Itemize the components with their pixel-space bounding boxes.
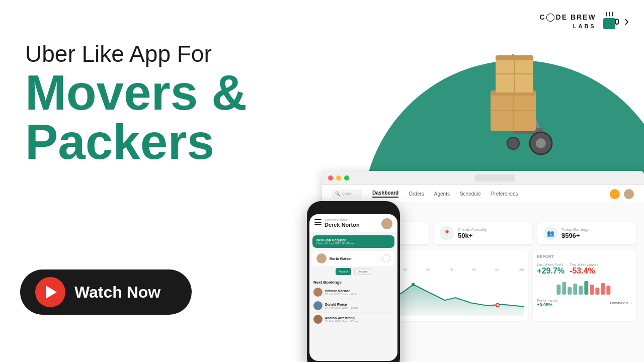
svg-point-15 bbox=[412, 283, 415, 286]
watch-now-button[interactable]: Watch Now bbox=[20, 269, 192, 315]
logo-area: C◯DE BREW LABS › bbox=[539, 10, 629, 32]
svg-rect-0 bbox=[603, 18, 615, 29]
download-label: Download bbox=[610, 301, 628, 305]
job-request-date: Date: 26 Jan 2020 08:45pm bbox=[316, 242, 390, 245]
nav-avatar-1 bbox=[610, 189, 620, 199]
nb-avatar-2 bbox=[313, 301, 323, 310]
performance-value: +0.05% bbox=[537, 302, 557, 307]
circle-check-icon bbox=[382, 254, 390, 262]
nb-date-3: 10 Feb 2020 10am - 12pm bbox=[325, 320, 358, 323]
nb-name-3: Andrew Armstrong bbox=[325, 316, 358, 320]
clients-value: 50k+ bbox=[458, 232, 487, 239]
cart-svg bbox=[448, 45, 564, 166]
logo-name-line1: C◯DE BREW bbox=[539, 12, 596, 23]
download-icon: ↓ bbox=[630, 301, 632, 305]
job-request-card: New Job Request Date: 26 Jan 2020 08:45p… bbox=[312, 235, 394, 248]
mini-chart bbox=[537, 280, 632, 295]
report-profit: Last Week Profit +29.7% bbox=[537, 263, 565, 276]
titlebar bbox=[322, 171, 644, 185]
titlebar-dot-green bbox=[344, 175, 349, 180]
stat-earnings: 👥 Today Earnings $596+ bbox=[537, 222, 636, 244]
svg-rect-25 bbox=[596, 288, 600, 295]
play-triangle-icon bbox=[46, 286, 57, 299]
logo-icon bbox=[599, 10, 621, 32]
accept-button[interactable]: Accept bbox=[336, 268, 351, 275]
svg-rect-26 bbox=[601, 283, 605, 295]
next-bookings-title: Next Bookings bbox=[309, 278, 397, 286]
nb-name-2: Donald Pierce bbox=[325, 303, 358, 306]
hamburger-icon[interactable] bbox=[314, 218, 321, 225]
nb-date-1: 26 Jan 2020 10am - 12pm bbox=[325, 293, 357, 296]
desktop-nav: 🔍 Q find... Dashboard Orders Agents Sche… bbox=[322, 185, 644, 203]
booking-item-3: Andrew Armstrong 10 Feb 2020 10am - 12pm bbox=[309, 313, 397, 326]
performance-label: Performance bbox=[537, 299, 557, 302]
mobile-notch bbox=[339, 207, 369, 212]
svg-rect-20 bbox=[568, 287, 572, 295]
svg-rect-23 bbox=[585, 281, 589, 295]
earnings-label: Today Earnings bbox=[561, 227, 589, 232]
logo-name-line2: LABS bbox=[539, 23, 596, 30]
hero-heading-line2: Packers bbox=[25, 117, 327, 166]
booking-item-1: Herman Norman 26 Jan 2020 10am - 12pm bbox=[309, 286, 397, 299]
nav-avatar-2 bbox=[624, 189, 634, 199]
earnings-icon: 👥 bbox=[543, 226, 557, 240]
nav-dashboard[interactable]: Dashboard bbox=[372, 190, 398, 198]
nav-orders[interactable]: Orders bbox=[409, 191, 424, 197]
report-stats-row: Last Week Profit +29.7% This Week Losses… bbox=[537, 263, 632, 280]
svg-point-17 bbox=[497, 304, 499, 306]
booking-item-2: Donald Pierce 04 Feb 2020 10am - 12pm bbox=[309, 299, 397, 313]
report-title: REPORT bbox=[537, 254, 632, 259]
mobile-user-avatar bbox=[381, 218, 392, 229]
losses-label: This Week Losses bbox=[570, 263, 598, 266]
booking-avatar-mario bbox=[316, 253, 327, 263]
mobile-user-name: Derek Norton bbox=[325, 222, 360, 228]
profit-label: Last Week Profit bbox=[537, 263, 565, 266]
mobile-welcome: Welcome back bbox=[325, 218, 360, 222]
report-losses: This Week Losses -53.4% bbox=[570, 263, 598, 276]
svg-point-5 bbox=[536, 138, 546, 148]
pending-booking-item: Mario Watson bbox=[312, 251, 394, 266]
nav-schedule[interactable]: Schedule bbox=[460, 191, 481, 197]
nb-date-2: 04 Feb 2020 10am - 12pm bbox=[325, 306, 358, 309]
report-panel: REPORT Last Week Profit +29.7% This Week… bbox=[533, 250, 636, 321]
hero-subtitle: Uber Like App For bbox=[25, 40, 327, 68]
svg-rect-21 bbox=[574, 284, 578, 295]
titlebar-dot-yellow bbox=[336, 175, 341, 180]
hero-heading-line1: Movers & bbox=[25, 68, 327, 117]
cart-illustration bbox=[448, 45, 564, 166]
logo-text: C◯DE BREW LABS bbox=[539, 12, 596, 30]
losses-value: -53.4% bbox=[570, 266, 598, 276]
stat-clients: 📍 Clients Annually 50k+ bbox=[434, 222, 532, 244]
logo-bracket: › bbox=[624, 14, 629, 28]
nb-avatar-3 bbox=[313, 315, 323, 324]
clients-icon: 📍 bbox=[440, 226, 454, 240]
profit-value: +29.7% bbox=[537, 266, 565, 276]
titlebar-dot-red bbox=[328, 175, 333, 180]
page-wrapper: C◯DE BREW LABS › Uber Like App For Mover… bbox=[0, 0, 644, 362]
action-buttons-row: Accept Decline bbox=[309, 268, 397, 278]
svg-rect-24 bbox=[590, 285, 594, 295]
clients-label: Clients Annually bbox=[458, 227, 487, 232]
job-request-title: New Job Request bbox=[316, 238, 390, 242]
mobile-mockup: Welcome back Derek Norton New Job Reques… bbox=[307, 201, 400, 362]
play-circle-icon bbox=[35, 277, 65, 307]
svg-rect-1 bbox=[615, 19, 618, 24]
nav-agents[interactable]: Agents bbox=[434, 191, 450, 197]
watch-now-label: Watch Now bbox=[74, 283, 160, 302]
nb-avatar-1 bbox=[313, 288, 323, 297]
svg-rect-22 bbox=[579, 286, 583, 295]
mobile-screen: Welcome back Derek Norton New Job Reques… bbox=[309, 214, 397, 361]
booking-name-mario: Mario Watson bbox=[330, 257, 379, 260]
svg-point-6 bbox=[507, 137, 519, 149]
decline-button[interactable]: Decline bbox=[354, 268, 371, 275]
nav-user-icons bbox=[610, 189, 634, 199]
hero-content: Uber Like App For Movers & Packers bbox=[25, 40, 327, 166]
mobile-header: Welcome back Derek Norton bbox=[309, 214, 397, 232]
nav-preferences[interactable]: Preferences bbox=[491, 191, 518, 197]
svg-rect-27 bbox=[607, 286, 611, 295]
svg-rect-18 bbox=[557, 285, 561, 295]
download-row[interactable]: Download ↓ bbox=[610, 301, 632, 305]
earnings-value: $596+ bbox=[561, 232, 589, 239]
search-placeholder: Q find... bbox=[342, 192, 356, 196]
desktop-search[interactable]: 🔍 Q find... bbox=[332, 190, 362, 199]
